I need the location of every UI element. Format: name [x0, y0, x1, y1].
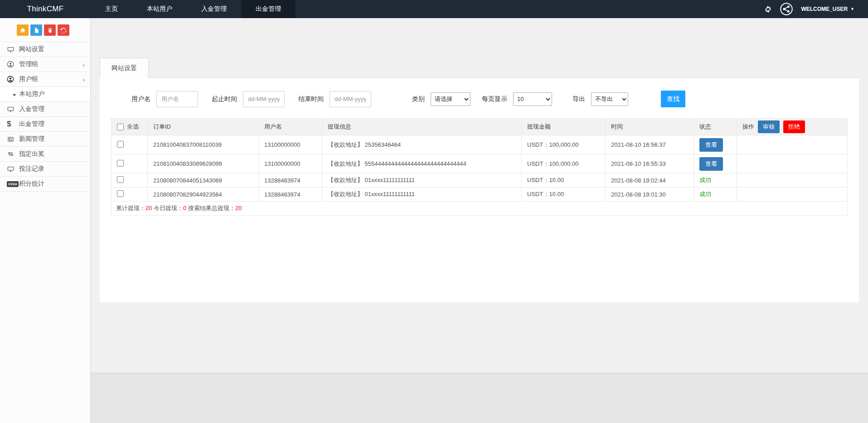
cell-order-id: 210808070844051343069 — [148, 173, 259, 187]
start-time-label: 起止时间 — [212, 95, 237, 103]
nav-item-withdraw[interactable]: 出金管理 — [241, 0, 296, 18]
search-button[interactable]: 查找 — [661, 91, 685, 107]
today-withdraw-label: 今日提现： — [154, 205, 183, 212]
cell-amount: USDT：10.00 — [522, 187, 606, 202]
col-header-time: 时间 — [606, 119, 694, 135]
row-checkbox[interactable] — [117, 190, 124, 197]
newspaper-icon — [7, 136, 19, 143]
status-success: 成功 — [699, 191, 711, 197]
col-header-info: 提现信息 — [322, 119, 522, 135]
navbar-right: WELCOME_USER ▼ — [764, 0, 868, 18]
approve-button[interactable]: 审核 — [758, 120, 780, 133]
col-header-status: 状态 — [694, 119, 737, 135]
withdraw-table: 全选 订单ID 用户名 提现信息 提现金额 时间 状态 操作 审核 — [111, 118, 848, 216]
row-checkbox[interactable] — [117, 160, 124, 167]
username-input[interactable] — [156, 91, 198, 107]
select-all-label: 全选 — [127, 123, 139, 131]
today-withdraw-value: 0 — [183, 205, 186, 212]
cell-username: 13100000000 — [259, 154, 322, 173]
export-select[interactable]: 不导出 — [591, 92, 628, 106]
sidebar-item-deposit[interactable]: 入金管理 — [0, 102, 90, 117]
col-header-amount: 提现金额 — [522, 119, 606, 135]
row-checkbox[interactable] — [117, 141, 124, 148]
end-date-input[interactable] — [330, 91, 371, 107]
col-header-order-id: 订单ID — [148, 119, 259, 135]
total-withdraw-value: 20 — [145, 205, 152, 212]
user-menu[interactable]: WELCOME_USER ▼ — [801, 6, 854, 12]
home-icon[interactable] — [17, 24, 29, 36]
category-select[interactable]: 请选择 — [431, 92, 470, 106]
view-button[interactable]: 查看 — [699, 138, 723, 152]
cell-order-id: 210808070829044923564 — [148, 187, 259, 202]
sidebar-item-bet-records[interactable]: 投注记录 — [0, 162, 90, 177]
sidebar-item-user-group[interactable]: 用户组 › — [0, 72, 90, 87]
user-group-icon — [7, 76, 19, 83]
visa-icon: VISA — [7, 181, 19, 187]
table-row: 210810040833089628099 13100000000 【收款地址】… — [112, 154, 848, 173]
content-panel: 用户名 起止时间 结束时间 类别 请选择 每页显示 10 导出 不导出 查找 — [100, 78, 859, 302]
sidebar-item-assign-prize[interactable]: 指定出奖 — [0, 147, 90, 162]
status-success: 成功 — [699, 177, 711, 183]
pagesize-select[interactable]: 10 — [513, 92, 552, 106]
cell-amount: USDT：100,000.00 — [522, 135, 606, 154]
total-withdraw-label: 累计提现： — [116, 205, 145, 212]
select-all-checkbox[interactable] — [117, 124, 124, 130]
row-checkbox[interactable] — [117, 176, 124, 183]
pagesize-label: 每页显示 — [482, 95, 507, 103]
cell-actions — [737, 173, 848, 187]
file-icon[interactable] — [30, 24, 42, 36]
nav-item-deposit[interactable]: 入金管理 — [187, 0, 241, 18]
search-total-value: 20 — [235, 205, 242, 212]
tab-site-settings[interactable]: 网站设置 — [100, 58, 149, 78]
tab-bar: 网站设置 — [100, 58, 859, 78]
sidebar-item-withdraw[interactable]: $ 出金管理 — [0, 117, 90, 132]
cell-time: 2021-08-10 16:56:37 — [606, 135, 694, 154]
dollar-icon: $ — [7, 120, 19, 129]
brand-logo: ThinkCMF — [0, 0, 91, 18]
cell-info: 【收款地址】 5554444444444444444444444444444 — [322, 154, 522, 173]
col-header-actions: 操作 — [742, 123, 754, 131]
monitor-icon — [7, 106, 19, 113]
sidebar-item-site-users[interactable]: ▸ 本站用户 — [0, 87, 90, 102]
sidebar-item-points-stats[interactable]: VISA 积分统计 — [0, 177, 90, 192]
export-label: 导出 — [572, 95, 585, 103]
nav-item-home[interactable]: 主页 — [91, 0, 132, 18]
cell-username: 13288463974 — [259, 187, 322, 202]
username-label: 用户名 — [131, 95, 150, 103]
table-row: 210808070844051343069 13288463974 【收款地址】… — [112, 173, 848, 187]
cell-info: 【收款地址】 01xxxx11111111111 — [322, 187, 522, 202]
top-navbar: ThinkCMF 主页 本站用户 入金管理 出金管理 WELCOME_USER … — [0, 0, 868, 18]
sidebar-item-admin-group[interactable]: 管理组 › — [0, 57, 90, 72]
start-date-input[interactable] — [243, 91, 285, 107]
user-name: WELCOME_USER — [801, 6, 848, 12]
cell-info: 【收款地址】 25356346464 — [322, 135, 522, 154]
cell-amount: USDT：100,000.00 — [522, 154, 606, 173]
cell-time: 2021-08-10 16:55:33 — [606, 154, 694, 173]
monitor-icon — [7, 166, 19, 173]
nav-item-site-users[interactable]: 本站用户 — [132, 0, 187, 18]
page-footer — [91, 373, 868, 423]
sidebar: 网站设置 管理组 › 用户组 › ▸ 本站用户 — [0, 18, 91, 423]
table-row: 210810040837008110039 13100000000 【收款地址】… — [112, 135, 848, 154]
category-label: 类别 — [412, 95, 425, 103]
sidebar-item-site-settings[interactable]: 网站设置 — [0, 42, 90, 57]
refresh-icon[interactable] — [764, 5, 772, 13]
avatar[interactable] — [780, 2, 793, 16]
sidebar-item-news[interactable]: 新闻管理 — [0, 132, 90, 147]
col-header-username: 用户名 — [259, 119, 322, 135]
cell-amount: USDT：10.00 — [522, 173, 606, 187]
cell-time: 2021-08-08 19:02:44 — [606, 173, 694, 187]
view-button[interactable]: 查看 — [699, 157, 723, 171]
sidebar-menu: 网站设置 管理组 › 用户组 › ▸ 本站用户 — [0, 42, 90, 192]
reject-button[interactable]: 拒绝 — [783, 120, 805, 133]
table-header-row: 全选 订单ID 用户名 提现信息 提现金额 时间 状态 操作 审核 — [112, 119, 848, 135]
filter-bar: 用户名 起止时间 结束时间 类别 请选择 每页显示 10 导出 不导出 查找 — [131, 91, 848, 107]
cell-time: 2021-08-08 19:01:30 — [606, 187, 694, 202]
monitor-icon — [7, 46, 19, 53]
cell-actions — [737, 135, 848, 154]
cell-info: 【收款地址】 01xxxx11111111111 — [322, 173, 522, 187]
search-total-label: 搜索结果总提现： — [188, 205, 235, 212]
recycle-icon[interactable] — [58, 24, 69, 36]
trash-icon[interactable] — [44, 24, 56, 36]
cell-username: 13100000000 — [259, 135, 322, 154]
